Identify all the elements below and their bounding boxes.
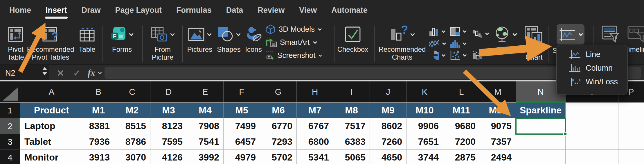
cell[interactable]: 3913 xyxy=(83,150,114,164)
cell[interactable] xyxy=(516,150,566,164)
cell[interactable]: 4126 xyxy=(150,150,187,164)
smartart-button[interactable]: SmartArt xyxy=(265,36,322,49)
statistic-chart-button[interactable] xyxy=(450,38,467,49)
recommended-pivot-tables-button[interactable]: ? Recommended Pivot Tables xyxy=(28,23,73,61)
menu-item-column[interactable]: Column xyxy=(557,61,627,75)
cell[interactable]: 8786 xyxy=(114,134,150,150)
cell[interactable] xyxy=(566,134,618,150)
cell[interactable] xyxy=(516,134,566,150)
row-header[interactable]: 1 xyxy=(0,103,20,118)
cell[interactable]: 5065 xyxy=(333,150,370,164)
pivot-table-button[interactable]: Pivot Table xyxy=(3,23,28,61)
cell[interactable]: 7200 xyxy=(443,134,480,150)
cell[interactable] xyxy=(618,134,644,150)
tab-page-layout[interactable]: Page Layout xyxy=(115,6,162,15)
name-box-stepper[interactable] xyxy=(42,67,47,75)
forms-button[interactable]: F Forms xyxy=(106,23,138,53)
column-header[interactable]: D xyxy=(150,81,187,102)
from-picture-button[interactable]: From Picture xyxy=(145,23,180,61)
pie-chart-button[interactable] xyxy=(429,49,446,61)
cell[interactable] xyxy=(618,118,644,134)
tab-insert[interactable]: Insert xyxy=(46,6,67,15)
cell[interactable]: Product xyxy=(20,103,83,118)
cancel-button[interactable]: ✕ xyxy=(57,65,64,81)
row-header[interactable]: 4 xyxy=(0,150,20,164)
cell[interactable]: 2494 xyxy=(480,150,516,164)
cell[interactable]: 6383 xyxy=(333,134,370,150)
tab-draw[interactable]: Draw xyxy=(82,6,101,15)
cell[interactable]: 9075 xyxy=(480,118,516,134)
column-header[interactable]: A xyxy=(20,81,83,102)
cell[interactable] xyxy=(618,150,644,164)
column-header[interactable]: M xyxy=(480,81,516,102)
cell[interactable]: M11 xyxy=(443,103,480,118)
column-header[interactable]: E xyxy=(187,81,224,102)
cell[interactable]: M5 xyxy=(224,103,260,118)
cell[interactable]: M3 xyxy=(150,103,187,118)
cell[interactable]: M12 xyxy=(480,103,516,118)
cell[interactable]: 8381 xyxy=(83,118,114,134)
cell[interactable]: 7260 xyxy=(370,134,406,150)
waterfall-chart-button[interactable] xyxy=(472,28,489,40)
name-box[interactable]: N2 xyxy=(0,65,49,81)
column-header[interactable]: L xyxy=(443,81,480,102)
column-header[interactable]: C xyxy=(114,81,150,102)
cell[interactable] xyxy=(566,103,618,118)
cell[interactable]: 5341 xyxy=(297,150,333,164)
checkbox-button[interactable]: Checkbox xyxy=(337,23,369,53)
cell[interactable]: 7499 xyxy=(224,118,260,134)
cell[interactable]: 5702 xyxy=(260,150,297,164)
cell[interactable]: M7 xyxy=(297,103,333,118)
3d-models-button[interactable]: 3D Models xyxy=(265,23,322,36)
cell[interactable]: 7357 xyxy=(480,134,516,150)
column-header[interactable]: H xyxy=(297,81,333,102)
cell[interactable]: M10 xyxy=(406,103,443,118)
cell[interactable]: 8123 xyxy=(150,118,187,134)
cell[interactable]: 3070 xyxy=(114,150,150,164)
row-header[interactable]: 3 xyxy=(0,134,20,150)
pictures-button[interactable]: Pictures xyxy=(186,23,214,53)
column-header[interactable]: K xyxy=(406,81,443,102)
cell[interactable]: M8 xyxy=(333,103,370,118)
hierarchy-chart-button[interactable] xyxy=(450,26,467,37)
cell[interactable]: 7595 xyxy=(150,134,187,150)
cell[interactable]: 6770 xyxy=(260,118,297,134)
cell[interactable]: 7908 xyxy=(187,118,224,134)
tab-automate[interactable]: Automate xyxy=(331,6,368,15)
cell[interactable]: M4 xyxy=(187,103,224,118)
tab-formulas[interactable]: Formulas xyxy=(176,6,212,15)
column-header[interactable]: I xyxy=(333,81,370,102)
cell[interactable]: 6457 xyxy=(224,134,260,150)
cell[interactable]: M9 xyxy=(370,103,406,118)
cell[interactable] xyxy=(618,103,644,118)
cell[interactable]: 6767 xyxy=(297,118,333,134)
cell[interactable]: 7517 xyxy=(333,118,370,134)
cell[interactable]: 8515 xyxy=(114,118,150,134)
table-button[interactable]: Table xyxy=(73,23,101,53)
tab-view[interactable]: View xyxy=(299,6,317,15)
cell[interactable] xyxy=(566,150,618,164)
select-all-corner[interactable] xyxy=(0,81,20,102)
cell[interactable]: 3744 xyxy=(406,150,443,164)
cell[interactable]: Tablet xyxy=(20,134,83,150)
cell[interactable]: Sparkline xyxy=(516,103,566,118)
cell[interactable]: M6 xyxy=(260,103,297,118)
cell[interactable]: 4650 xyxy=(370,150,406,164)
column-header[interactable]: G xyxy=(260,81,297,102)
tab-home[interactable]: Home xyxy=(9,6,31,15)
cell[interactable]: 9680 xyxy=(443,118,480,134)
cell[interactable]: 6800 xyxy=(297,134,333,150)
maps-button[interactable]: Maps xyxy=(493,23,518,53)
cell[interactable]: 3992 xyxy=(187,150,224,164)
tab-review[interactable]: Review xyxy=(258,6,285,15)
cell[interactable]: 4979 xyxy=(224,150,260,164)
cell[interactable]: M1 xyxy=(83,103,114,118)
cell[interactable]: Laptop xyxy=(20,118,83,134)
column-chart-button[interactable] xyxy=(429,26,446,37)
sparkline-button[interactable] xyxy=(557,24,584,44)
shapes-button[interactable]: Shapes xyxy=(215,23,243,53)
line-chart-button[interactable] xyxy=(429,38,446,49)
fill-handle[interactable] xyxy=(563,132,567,136)
scatter-chart-button[interactable] xyxy=(450,49,467,61)
confirm-button[interactable]: ✓ xyxy=(73,65,80,81)
